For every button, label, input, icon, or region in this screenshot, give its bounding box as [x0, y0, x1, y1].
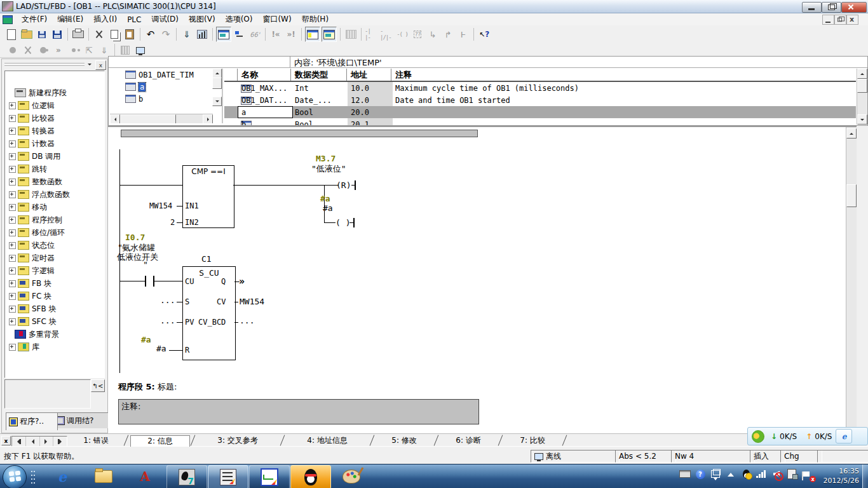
taskbar-qq[interactable]	[290, 465, 331, 488]
taskbar-lad-editor[interactable]	[208, 465, 248, 488]
menu-plc[interactable]: PLC	[122, 15, 146, 25]
tree-item-new-network[interactable]: 新建程序段	[5, 86, 104, 99]
no-contact[interactable]	[145, 276, 146, 287]
tree-item-timers[interactable]: 定时器	[5, 252, 104, 264]
lad-t-branch-button[interactable]: Ⱶ	[456, 27, 470, 41]
tree-item-move[interactable]: 移动	[5, 201, 104, 214]
tree-item-converter[interactable]: 转换器	[5, 125, 104, 137]
expand-icon[interactable]	[9, 140, 16, 147]
paste-button[interactable]	[123, 27, 137, 41]
expand-icon[interactable]	[9, 179, 16, 186]
new-network-button[interactable]	[344, 27, 358, 41]
ladder-scroll-thumb[interactable]	[846, 184, 857, 207]
child-close-button[interactable]: x	[846, 15, 858, 25]
counter-name[interactable]: C1	[201, 254, 212, 264]
overview-toggle[interactable]	[305, 27, 320, 42]
tab-cross-reference[interactable]: 3: 交叉参考	[197, 435, 278, 446]
restore-button[interactable]	[822, 2, 841, 13]
accessible-nodes-button[interactable]	[195, 27, 209, 41]
tree-item-sfc-blocks[interactable]: SFC 块	[5, 315, 104, 328]
tree-item-float-fn[interactable]: 浮点数函数	[5, 188, 104, 201]
menu-view[interactable]: 视图(V)	[184, 13, 220, 25]
counter-cv-operand[interactable]: MW154	[240, 297, 264, 306]
expand-icon[interactable]	[9, 191, 16, 198]
table-vscrollbar[interactable]	[857, 69, 867, 125]
mdi-child-icon[interactable]	[3, 15, 13, 24]
cmp-in1-operand[interactable]: MW154	[149, 201, 172, 210]
step-over-icon[interactable]	[67, 43, 81, 57]
counter-r-operand[interactable]: #a	[156, 344, 166, 353]
expand-icon[interactable]	[9, 255, 16, 262]
monitor-module-icon[interactable]	[133, 43, 147, 57]
next-error-button[interactable]: »!	[284, 27, 298, 41]
panel-close-button[interactable]: x	[95, 60, 106, 70]
lad-open-branch-button[interactable]: ↳	[426, 27, 440, 41]
lad-empty-box-button[interactable]: ??	[410, 27, 424, 41]
undo-button[interactable]: ↶	[144, 27, 158, 41]
branch-icon[interactable]: ⇱	[82, 43, 96, 57]
print-button[interactable]	[71, 27, 85, 41]
last-tab-button[interactable]	[53, 437, 67, 446]
tree-scroll-down[interactable]	[212, 97, 222, 106]
qq-tray-icon[interactable]	[740, 468, 752, 480]
taskbar-autocad[interactable]: A	[125, 465, 165, 488]
child-minimize-button[interactable]	[822, 15, 834, 25]
a-coil[interactable]: ( )	[336, 218, 350, 227]
net-speed-widget[interactable]: ↓ 0K/S ↑ 0K/S e	[747, 427, 868, 445]
new-button[interactable]	[4, 27, 18, 41]
breakpoint-active-icon[interactable]	[36, 43, 50, 57]
contact-address[interactable]: I0.7	[125, 233, 145, 242]
taskbar-s7-graph[interactable]	[249, 465, 290, 488]
ladder-vscrollbar[interactable]	[846, 127, 857, 445]
col-comment[interactable]: 注释	[392, 69, 853, 81]
tree-hscroll-thumb[interactable]	[120, 114, 176, 123]
volume-muted-icon[interactable]	[771, 468, 782, 480]
expand-icon[interactable]	[9, 128, 16, 135]
expand-icon[interactable]	[9, 306, 16, 313]
decl-tree-item-selected[interactable]: a	[110, 81, 222, 93]
tree-item-db-call[interactable]: DB 调用	[5, 150, 104, 163]
r-coil[interactable]: (R)	[336, 180, 351, 190]
expand-icon[interactable]	[9, 115, 16, 122]
download-module-icon[interactable]: ⇓	[97, 43, 111, 57]
table-scroll-up[interactable]	[857, 69, 867, 79]
help-button[interactable]: ↖?	[477, 27, 491, 41]
clock[interactable]: 16:35 2012/5/26	[824, 466, 859, 485]
expand-icon[interactable]	[9, 344, 16, 351]
lad-contact-no-button[interactable]: -| |-	[365, 27, 379, 41]
restore-window-icon[interactable]	[710, 468, 721, 480]
taskbar-ie[interactable]: e	[43, 465, 82, 488]
expand-icon[interactable]	[9, 204, 16, 211]
counter-pv-operand[interactable]: ...	[160, 316, 175, 325]
expand-icon[interactable]	[9, 268, 16, 274]
network4-comment-bar[interactable]	[121, 130, 478, 137]
lad-coil-button[interactable]: -( )	[395, 27, 409, 41]
r-coil-address[interactable]: M3.7	[316, 154, 336, 163]
ie-quick-button[interactable]: e	[836, 429, 852, 444]
counter-s-operand[interactable]: ...	[160, 295, 175, 305]
expand-icon[interactable]	[9, 217, 16, 224]
tab-compare[interactable]: 7: 比较	[505, 435, 560, 446]
tree-item-comparator[interactable]: 比较器	[5, 112, 104, 125]
first-tab-button[interactable]	[12, 437, 26, 446]
close-button[interactable]	[841, 2, 867, 13]
tree-item-fc-blocks[interactable]: FC 块	[5, 290, 104, 302]
tree-hscrollbar[interactable]	[110, 114, 213, 123]
tree-item-libraries[interactable]: 库	[5, 341, 104, 353]
tree-item-sfb-blocks[interactable]: SFB 块	[5, 302, 104, 315]
output-close-button[interactable]: x	[1, 436, 11, 445]
previous-error-button[interactable]: !«	[269, 27, 283, 41]
ladder-scroll-up[interactable]	[846, 128, 857, 139]
tree-scroll-left[interactable]	[110, 114, 120, 123]
tree-item-multi-instance[interactable]: 多重背景	[5, 328, 104, 341]
show-hidden-icons[interactable]	[725, 468, 736, 480]
action-center-flag-icon[interactable]: x	[801, 468, 813, 480]
expand-icon[interactable]	[9, 242, 16, 249]
resume-icon[interactable]: »	[51, 43, 65, 57]
tab-program-elements[interactable]: 程序?..	[6, 412, 58, 430]
tree-scroll-up[interactable]	[212, 69, 222, 78]
tree-item-shift-rotate[interactable]: 移位/循环	[5, 226, 104, 239]
decl-tree-item[interactable]: OB1_DATE_TIM	[110, 69, 222, 81]
minimize-button[interactable]	[802, 2, 822, 13]
symbol-representation-toggle[interactable]	[216, 27, 231, 42]
